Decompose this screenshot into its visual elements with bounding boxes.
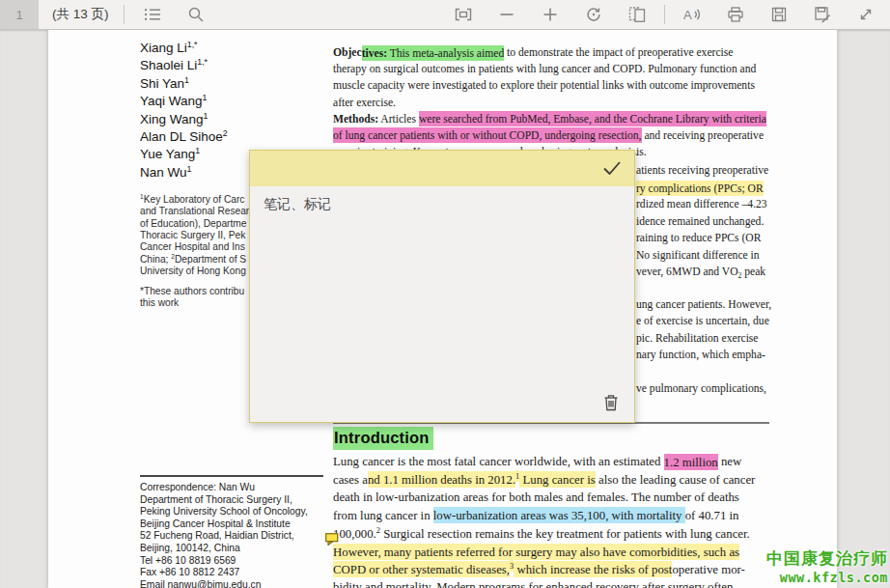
introduction-line: Lung cancer is the most fatal cancer wor…	[333, 453, 755, 471]
correspondence-block: Correspondence: Nan WuDepartment of Thor…	[140, 482, 308, 588]
correspondence-divider	[140, 475, 323, 477]
affiliation-line: of Education), Departme	[140, 218, 249, 230]
text-fragment: e of exercise is uncertain, due	[636, 315, 769, 327]
correspondence-line: Correspondence: Nan Wu	[140, 482, 308, 494]
sticky-note-text: 笔记、标记	[264, 196, 331, 211]
introduction-line: death in low-urbanization areas for both…	[333, 489, 755, 507]
watermark: 中国康复治疗师 www.kfzls.com	[766, 547, 888, 585]
toolbar-separator	[664, 5, 665, 24]
affiliation-line: China; 2Department of S	[140, 254, 249, 266]
print-icon[interactable]	[727, 6, 744, 23]
text-fragment: atients receiving preoperative	[636, 164, 768, 177]
introduction-line: from lung cancer in low-urbanization are…	[333, 507, 755, 525]
affiliations: 1Key Laboratory of Carcand Translational…	[140, 194, 249, 277]
author-name: Shaolei Li1,*	[140, 57, 228, 74]
table-of-contents-icon[interactable]	[144, 6, 161, 23]
author-name: Nan Wu1	[140, 164, 228, 182]
correspondence-line: Tel +86 10 8819 6569	[140, 555, 308, 568]
affiliation-line: Cancer Hospital and Ins	[140, 241, 249, 253]
correspondence-line: Beijing, 100142, China	[140, 543, 308, 555]
correspondence-line: Email nanwu@bjmu.edu.cn	[140, 579, 308, 588]
correspondence-line: Department of Thoracic Surgery II,	[140, 494, 308, 507]
fit-page-icon[interactable]	[455, 6, 472, 23]
sticky-note-popup: 笔记、标记	[249, 150, 635, 423]
text-fragment: No significant difference in	[636, 249, 760, 262]
text-fragment: rdized mean difference –4.23	[636, 198, 767, 210]
introduction-line: cases and 1.1 million deaths in 2012.1 L…	[333, 471, 755, 490]
abstract-line: Methods: Articles were searched from Pub…	[333, 111, 766, 127]
text-fragment: idence remained unchanged.	[636, 215, 764, 228]
page-count-label: (共 13 页)	[52, 0, 109, 29]
zoom-in-icon[interactable]	[542, 6, 559, 23]
zoom-out-icon[interactable]	[498, 6, 515, 23]
author-name: Yue Yang1	[140, 146, 228, 163]
introduction-line: However, many patients referred for surg…	[333, 543, 755, 561]
author-list: Xiang Li1,*Shaolei Li1,*Shi Yan1Yaqi Wan…	[140, 40, 228, 182]
save-icon[interactable]	[770, 6, 788, 23]
author-name: Alan DL Sihoe2	[140, 128, 228, 146]
watermark-url: www.kfzls.com	[766, 570, 888, 585]
search-icon[interactable]	[187, 6, 205, 23]
author-name: Shi Yan1	[140, 75, 228, 93]
watermark-title: 中国康复治疗师	[766, 547, 888, 570]
sticky-note-text-area[interactable]: 笔记、标记	[250, 186, 634, 422]
affiliation-line: University of Hong Kong	[140, 266, 249, 277]
current-page-indicator[interactable]: 1	[0, 0, 39, 29]
abstract-line: therapy on surgical outcomes in patients…	[333, 61, 766, 77]
introduction-text: Lung cancer is the most fatal cancer wor…	[333, 453, 755, 588]
abstract-line: Objectives: This meta-analysis aimed to …	[333, 44, 766, 61]
delete-note-icon[interactable]	[603, 394, 619, 414]
introduction-line: COPD or other systematic diseases,3 whic…	[333, 561, 755, 579]
author-name: Xiang Li1,*	[140, 40, 228, 57]
correspondence-line: 52 Fucheng Road, Haidian District,	[140, 530, 308, 543]
save-as-icon[interactable]	[814, 6, 831, 23]
confirm-check-icon[interactable]	[603, 161, 621, 179]
contrib-line: *These authors contribu	[140, 286, 244, 297]
introduction-heading: Introduction	[333, 427, 433, 450]
affiliation-line: Thoracic Surgery II, Pek	[140, 230, 249, 241]
sticky-note-header[interactable]	[250, 151, 634, 186]
text-fragment: ry complications (PPCs; OR	[636, 182, 764, 194]
correspondence-line: Peking University School of Oncology,	[140, 506, 308, 518]
sticky-note-marker-icon[interactable]	[325, 532, 339, 545]
abstract-line: muscle capacity were investigated to exp…	[333, 77, 766, 94]
contrib-line: this work	[140, 297, 244, 309]
fullscreen-icon[interactable]	[857, 6, 875, 23]
abstract-line: of lung cancer patients with or without …	[333, 127, 766, 144]
read-aloud-icon[interactable]: A	[683, 6, 701, 23]
affiliation-line: and Translational Resear	[140, 206, 249, 217]
introduction-line: 100,000.2 Surgical resection remains the…	[333, 525, 755, 544]
toolbar-separator	[124, 5, 125, 24]
text-fragment: is.	[636, 146, 647, 158]
abstract-line: after exercise.	[333, 95, 766, 111]
text-fragment: pic. Rehabilitation exercise	[636, 332, 759, 345]
introduction-line: bidity and mortality. Modern programs fo…	[333, 578, 755, 588]
text-fragment: raining to reduce PPCs (OR	[636, 232, 761, 244]
correspondence-line: Beijing Cancer Hospital & Institute	[140, 518, 308, 531]
toolbar: 1 (共 13 页)	[0, 0, 890, 30]
text-fragment: ung cancer patients. However,	[636, 298, 771, 311]
text-fragment: ve pulmonary complications,	[636, 382, 766, 395]
abstract-text: Objectives: This meta-analysis aimed to …	[333, 44, 766, 160]
svg-text:A: A	[683, 8, 692, 22]
rotate-icon[interactable]	[585, 6, 602, 23]
affiliation-line: 1Key Laboratory of Carc	[140, 194, 249, 206]
text-fragment: nary function, which empha-	[636, 349, 765, 361]
author-name: Yaqi Wang1	[140, 93, 228, 110]
author-name: Xing Wang1	[140, 111, 228, 128]
text-fragment: vever, 6MWD and VO2 peak	[636, 266, 765, 278]
equal-contribution-note: *These authors contributhis work	[140, 286, 244, 310]
page-layout-icon[interactable]	[628, 6, 646, 23]
correspondence-line: Fax +86 10 8812 2437	[140, 567, 308, 579]
